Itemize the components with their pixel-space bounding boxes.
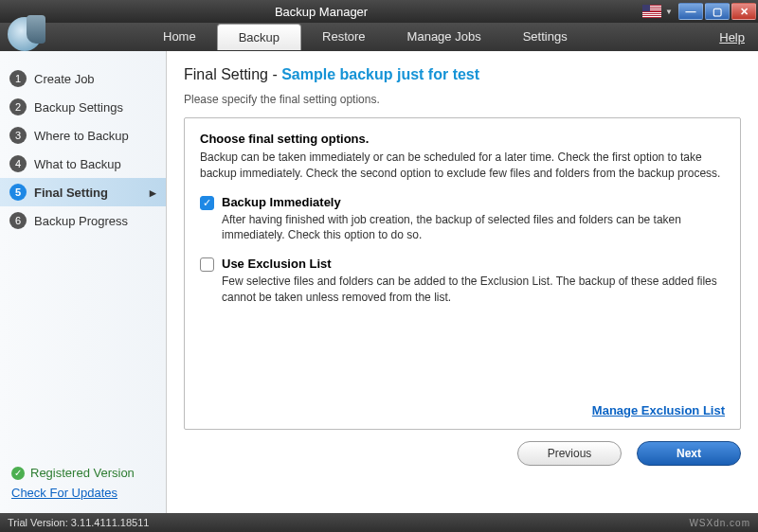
step-backup-progress[interactable]: 6 Backup Progress [0, 206, 166, 235]
minimize-button[interactable]: — [678, 3, 703, 20]
options-panel: Choose final setting options. Backup can… [184, 117, 741, 430]
step-number-icon: 5 [9, 184, 27, 201]
page-subheading: Please specify the final setting options… [184, 93, 741, 106]
language-dropdown-arrow-icon[interactable]: ▼ [665, 8, 673, 16]
step-number-icon: 3 [9, 127, 27, 144]
titlebar: Backup Manager ▼ — ▢ ✕ [0, 0, 758, 23]
step-number-icon: 1 [9, 70, 27, 87]
wizard-buttons: Previous Next [184, 441, 741, 466]
heading-prefix: Final Setting - [184, 66, 281, 82]
step-final-setting[interactable]: 5 Final Setting ▸ [0, 178, 166, 206]
next-button[interactable]: Next [637, 441, 741, 466]
option-label: Backup Immediately [222, 195, 341, 209]
step-label: Where to Backup [34, 129, 129, 143]
step-label: Create Job [34, 72, 95, 86]
window-title: Backup Manager [0, 5, 642, 19]
panel-description: Backup can be taken immediately or can b… [200, 150, 725, 182]
option-label: Use Exclusion List [222, 257, 332, 271]
step-backup-settings[interactable]: 2 Backup Settings [0, 93, 166, 121]
tab-restore[interactable]: Restore [301, 24, 387, 50]
help-link[interactable]: Help [719, 30, 745, 44]
app-logo-icon [8, 17, 42, 51]
step-number-icon: 4 [9, 155, 27, 172]
watermark: WSXdn.com [689, 518, 750, 528]
close-button[interactable]: ✕ [731, 3, 756, 20]
trial-version-text: Trial Version: 3.11.4111.18511 [8, 517, 149, 528]
step-label: Backup Progress [34, 214, 128, 228]
option-backup-immediately: Backup Immediately After having finished… [200, 195, 725, 244]
step-label: Backup Settings [34, 100, 123, 115]
window-controls: — ▢ ✕ [678, 3, 758, 20]
previous-button[interactable]: Previous [517, 441, 622, 466]
tab-backup[interactable]: Backup [217, 24, 301, 50]
maximize-button[interactable]: ▢ [705, 3, 730, 20]
heading-job-name: Sample backup just for test [281, 66, 479, 82]
step-number-icon: 6 [9, 212, 27, 229]
registered-label: Registered Version [30, 466, 135, 480]
manage-exclusion-list-link[interactable]: Manage Exclusion List [200, 403, 725, 417]
step-what-to-backup[interactable]: 4 What to Backup [0, 150, 166, 178]
page-heading: Final Setting - Sample backup just for t… [184, 66, 741, 83]
tab-manage-jobs[interactable]: Manage Jobs [387, 24, 502, 50]
checkmark-icon: ✓ [11, 467, 25, 480]
flag-us-icon[interactable] [642, 5, 661, 18]
wizard-steps: 1 Create Job 2 Backup Settings 3 Where t… [0, 64, 166, 235]
option-description: After having finished with job creation,… [222, 212, 725, 244]
step-where-to-backup[interactable]: 3 Where to Backup [0, 121, 166, 150]
menubar: Home Backup Restore Manage Jobs Settings… [0, 23, 758, 51]
tab-settings[interactable]: Settings [502, 24, 588, 50]
main-area: 1 Create Job 2 Backup Settings 3 Where t… [0, 51, 758, 513]
sidebar: 1 Create Job 2 Backup Settings 3 Where t… [0, 51, 167, 513]
caret-right-icon: ▸ [150, 186, 156, 200]
registered-status: ✓ Registered Version [11, 466, 154, 480]
checkbox-use-exclusion-list[interactable] [200, 257, 214, 272]
step-create-job[interactable]: 1 Create Job [0, 64, 166, 93]
checkbox-backup-immediately[interactable] [200, 196, 214, 210]
tab-home[interactable]: Home [142, 24, 217, 50]
option-description: Few selective files and folders can be a… [222, 274, 725, 306]
step-label: Final Setting [34, 186, 108, 200]
option-use-exclusion-list: Use Exclusion List Few selective files a… [200, 257, 725, 306]
menu-tabs: Home Backup Restore Manage Jobs Settings [142, 24, 588, 50]
content-pane: Final Setting - Sample backup just for t… [167, 51, 758, 513]
sidebar-footer: ✓ Registered Version Check For Updates [0, 456, 166, 513]
statusbar: Trial Version: 3.11.4111.18511 WSXdn.com [0, 513, 758, 532]
step-number-icon: 2 [9, 98, 27, 115]
step-label: What to Backup [34, 157, 121, 171]
check-updates-link[interactable]: Check For Updates [11, 486, 117, 500]
panel-title: Choose final setting options. [200, 132, 725, 146]
